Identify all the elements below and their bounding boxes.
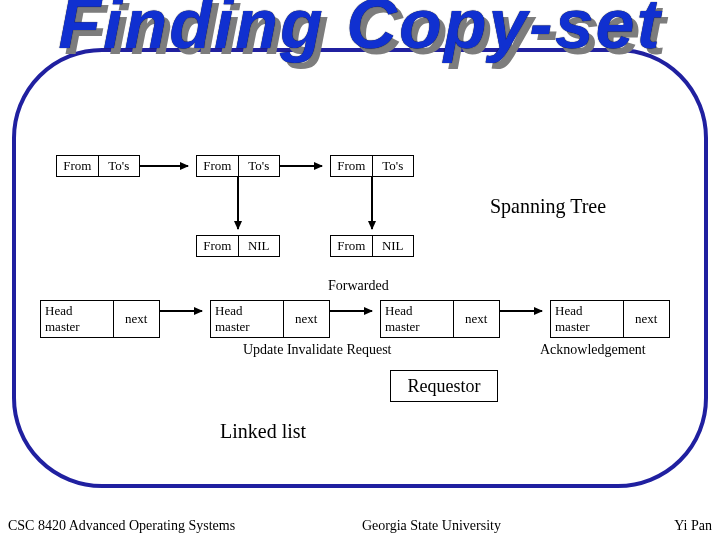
cell-from: From <box>197 236 238 256</box>
cell-headmaster: Head master <box>551 301 623 337</box>
cell-from: From <box>197 156 238 176</box>
arrow-right-1 <box>140 165 188 167</box>
cell-nil: NIL <box>372 236 414 256</box>
footer-right: Yi Pan <box>674 518 712 534</box>
cell-from: From <box>331 156 372 176</box>
cell-next: next <box>623 301 669 337</box>
cell-next: next <box>113 301 159 337</box>
cell-next: next <box>453 301 499 337</box>
tree-node-3: From To's <box>330 155 414 177</box>
tree-node-2: From To's <box>196 155 280 177</box>
arrow-right-2 <box>280 165 322 167</box>
list-arrow-2 <box>330 310 372 312</box>
list-node-4: Head master next <box>550 300 670 338</box>
ack-label: Acknowledgement <box>540 342 646 358</box>
cell-nil: NIL <box>238 236 280 256</box>
cell-headmaster: Head master <box>211 301 283 337</box>
arrow-down-2 <box>371 177 373 229</box>
footer-center: Georgia State University <box>362 518 501 534</box>
cell-from: From <box>57 156 98 176</box>
tree-node-5: From NIL <box>330 235 414 257</box>
tree-node-1: From To's <box>56 155 140 177</box>
cell-headmaster: Head master <box>41 301 113 337</box>
cell-tos: To's <box>238 156 280 176</box>
list-node-2: Head master next <box>210 300 330 338</box>
footer-left: CSC 8420 Advanced Operating Systems <box>8 518 235 534</box>
arrow-down-1 <box>237 177 239 229</box>
cell-headmaster: Head master <box>381 301 453 337</box>
list-node-1: Head master next <box>40 300 160 338</box>
cell-tos: To's <box>98 156 140 176</box>
forwarded-label: Forwarded <box>328 278 389 294</box>
slide-frame <box>12 48 708 488</box>
list-node-3: Head master next <box>380 300 500 338</box>
cell-next: next <box>283 301 329 337</box>
list-arrow-1 <box>160 310 202 312</box>
cell-tos: To's <box>372 156 414 176</box>
update-label: Update Invalidate Request <box>243 342 392 358</box>
tree-node-4: From NIL <box>196 235 280 257</box>
requestor-text: Requestor <box>391 376 497 397</box>
spanning-tree-label: Spanning Tree <box>490 195 606 218</box>
list-arrow-3 <box>500 310 542 312</box>
linked-list-caption: Linked list <box>220 420 306 443</box>
requestor-box: Requestor <box>390 370 498 402</box>
cell-from: From <box>331 236 372 256</box>
